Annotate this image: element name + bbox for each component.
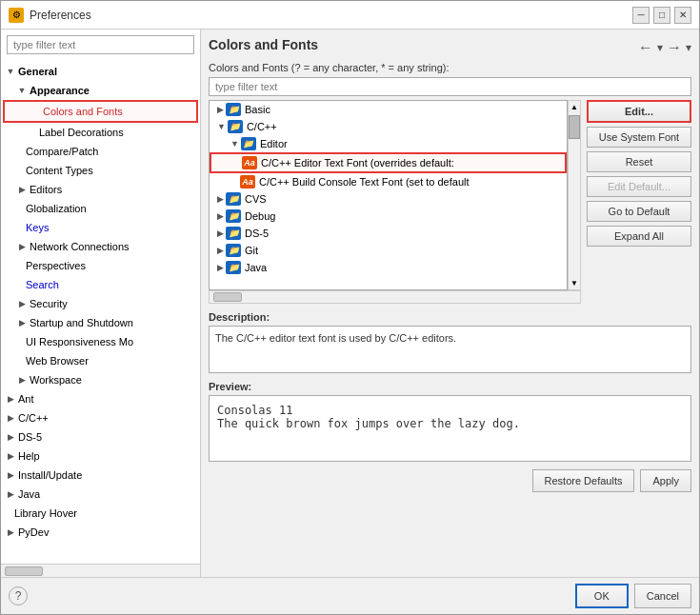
cpp-folder-icon: 📁 [228, 120, 243, 133]
scroll-thumb-left [5, 566, 43, 576]
tree-item-security[interactable]: ▶ Security [1, 294, 200, 313]
preferences-window: ⚙ Preferences ─ □ ✕ ▼ General [0, 0, 700, 615]
aa-icon-cpp-editor: Aa [242, 156, 257, 169]
tree-label-pydev: PyDev [16, 526, 50, 539]
left-filter-input[interactable] [7, 35, 194, 54]
tree-item-startup[interactable]: ▶ Startup and Shutdown [1, 313, 200, 332]
scroll-up[interactable]: ▲ [570, 101, 578, 111]
tree-item-ant[interactable]: ▶ Ant [1, 389, 200, 408]
tree-label-content-types: Content Types [24, 164, 95, 177]
tree-item-appearance[interactable]: ▼ Appearance [1, 81, 200, 100]
back-dropdown[interactable]: ▾ [657, 41, 663, 54]
cpp-build-console-label: C/C++ Build Console Text Font (set to de… [259, 176, 470, 188]
bottom-bar: ? OK Cancel [1, 577, 699, 614]
preview-line2: The quick brown fox jumps over the lazy … [217, 417, 683, 430]
expand-arrow-ant: ▶ [5, 394, 16, 404]
tree-label-search: Search [24, 278, 61, 291]
ds5-label: DS-5 [245, 228, 269, 239]
cvs-folder-icon: 📁 [226, 192, 241, 206]
ds5-folder-icon: 📁 [226, 227, 241, 240]
font-tree-item-basic[interactable]: ▶ 📁 Basic [210, 101, 567, 118]
expand-arrow-security: ▶ [16, 299, 28, 308]
hscroll-thumb [213, 292, 242, 302]
go-to-default-button[interactable]: Go to Default [587, 201, 691, 222]
tree-item-help[interactable]: ▶ Help [1, 446, 200, 466]
ok-button[interactable]: OK [575, 584, 629, 608]
tree-label-cpp: C/C++ [16, 411, 50, 425]
apply-button[interactable]: Apply [640, 469, 691, 492]
tree-item-workspace[interactable]: ▶ Workspace [1, 370, 200, 389]
back-arrow[interactable]: ← [638, 39, 653, 56]
cpp-group-label: C/C++ [247, 121, 277, 132]
font-tree-item-cpp-group[interactable]: ▼ 📁 C/C++ [210, 118, 567, 135]
left-panel-scrollbar[interactable] [1, 564, 200, 577]
header-row: Colors and Fonts ← ▾ → ▾ [209, 37, 691, 58]
font-tree-scrollbar[interactable]: ▲ ▼ [568, 100, 581, 290]
help-button[interactable]: ? [9, 586, 28, 605]
minimize-button[interactable]: ─ [632, 7, 650, 24]
font-tree-hscrollbar[interactable] [209, 290, 581, 304]
tree-item-content-types[interactable]: Content Types [1, 161, 200, 180]
tree-item-pydev[interactable]: ▶ PyDev [1, 523, 200, 542]
font-tree: ▶ 📁 Basic ▼ 📁 C/C++ [209, 100, 568, 290]
tree-label-java: Java [16, 487, 42, 501]
tree-item-library-hover[interactable]: Library Hover [1, 504, 200, 523]
expand-arrow-pydev: ▶ [5, 527, 16, 537]
edit-button[interactable]: Edit... [587, 100, 691, 123]
font-tree-item-editor[interactable]: ▼ 📁 Editor [210, 135, 567, 152]
tree-item-perspectives[interactable]: Perspectives [1, 256, 200, 275]
font-tree-item-debug[interactable]: ▶ 📁 Debug [210, 208, 567, 225]
title-bar-left: ⚙ Preferences [9, 8, 91, 23]
tree-label-network: Network Connections [28, 240, 131, 253]
tree-item-ui-responsiveness[interactable]: UI Responsiveness Mo [1, 332, 200, 351]
tree-item-editors[interactable]: ▶ Editors [1, 180, 200, 199]
ds5-arrow: ▶ [217, 228, 224, 238]
font-tree-item-git[interactable]: ▶ 📁 Git [210, 242, 567, 259]
tree-label-ds5: DS-5 [16, 430, 44, 444]
expand-arrow-general: ▼ [5, 67, 16, 76]
cvs-label: CVS [245, 193, 267, 205]
tree-item-java[interactable]: ▶ Java [1, 485, 200, 504]
maximize-button[interactable]: □ [653, 7, 670, 24]
edit-default-button[interactable]: Edit Default... [587, 176, 691, 197]
font-tree-item-cpp-build-console[interactable]: Aa C/C++ Build Console Text Font (set to… [210, 173, 567, 190]
font-tree-item-cvs[interactable]: ▶ 📁 CVS [210, 190, 567, 208]
tree-item-globalization[interactable]: Globalization [1, 199, 200, 218]
expand-arrow-startup: ▶ [16, 318, 28, 327]
tree-label-install-update: Install/Update [16, 468, 84, 482]
tree-item-keys[interactable]: Keys [1, 218, 200, 237]
font-tree-item-java-group[interactable]: ▶ 📁 Java [210, 259, 567, 276]
tree-item-web-browser[interactable]: Web Browser [1, 351, 200, 370]
tree-item-label-decorations[interactable]: Label Decorations [1, 123, 200, 142]
tree-label-compare-patch: Compare/Patch [24, 145, 100, 158]
tree-label-globalization: Globalization [24, 202, 89, 215]
cancel-button[interactable]: Cancel [634, 584, 691, 608]
restore-defaults-button[interactable]: Restore Defaults [532, 469, 635, 492]
tree-item-colors-fonts[interactable]: Colors and Fonts [3, 100, 198, 123]
tree-item-compare-patch[interactable]: Compare/Patch [1, 142, 200, 161]
expand-arrow-workspace: ▶ [16, 375, 28, 385]
expand-arrow-ds5: ▶ [5, 432, 16, 442]
tree-item-network[interactable]: ▶ Network Connections [1, 237, 200, 256]
forward-dropdown[interactable]: ▾ [686, 41, 691, 54]
close-button[interactable]: ✕ [674, 7, 691, 24]
scroll-down[interactable]: ▼ [570, 279, 578, 289]
tree-item-general[interactable]: ▼ General [1, 62, 200, 81]
debug-label: Debug [245, 210, 275, 222]
expand-all-button[interactable]: Expand All [587, 226, 691, 247]
font-tree-item-ds5-group[interactable]: ▶ 📁 DS-5 [210, 225, 567, 242]
tree-label-colors-fonts: Colors and Fonts [41, 105, 125, 118]
tree-item-cpp[interactable]: ▶ C/C++ [1, 408, 200, 427]
font-tree-item-cpp-editor-font[interactable]: Aa C/C++ Editor Text Font (overrides def… [210, 152, 567, 173]
right-filter-input[interactable] [209, 77, 691, 96]
tree-item-search[interactable]: Search [1, 275, 200, 294]
use-system-font-button[interactable]: Use System Font [587, 127, 691, 148]
scroll-thumb-font-tree [569, 115, 580, 139]
forward-arrow[interactable]: → [667, 39, 682, 56]
nav-arrows: ← ▾ → ▾ [638, 39, 691, 56]
reset-button[interactable]: Reset [587, 151, 691, 172]
tree-item-install-update[interactable]: ▶ Install/Update [1, 466, 200, 485]
editor-arrow: ▼ [230, 139, 239, 149]
java-group-arrow: ▶ [217, 263, 224, 272]
tree-item-ds5[interactable]: ▶ DS-5 [1, 427, 200, 446]
